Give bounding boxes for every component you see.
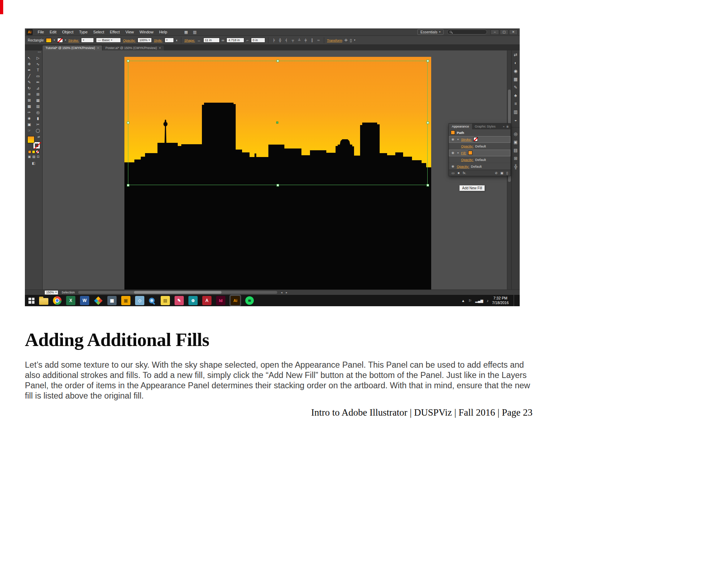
visibility-eye-icon[interactable]: ◉: [451, 164, 455, 168]
align-panel-icon[interactable]: ╬: [512, 162, 520, 171]
network-signal-icon[interactable]: ▂▄▆: [475, 299, 483, 303]
arrange-documents-icon[interactable]: ▦: [184, 30, 188, 34]
add-new-effect-icon[interactable]: fx.: [463, 171, 466, 175]
brush-definition-field[interactable]: — Basic ▾: [96, 38, 121, 43]
tab-poster[interactable]: Poster.ai* @ 150% (CMYK/Preview) ×: [103, 45, 164, 50]
action-center-icon[interactable]: ⚐: [469, 299, 472, 303]
color-swatch[interactable]: [28, 150, 31, 153]
tab-tutorial[interactable]: Tutorial* @ 150% (CMYK/Preview) ×: [43, 45, 102, 50]
perspective-grid-tool[interactable]: ▦: [34, 97, 43, 103]
line-tool[interactable]: ╱: [25, 73, 34, 79]
scroll-left-icon[interactable]: ◂: [281, 291, 282, 294]
fill-color-swatch[interactable]: [468, 151, 472, 155]
stroke-color-swatch[interactable]: [57, 38, 63, 43]
panel-options-icon[interactable]: ▯: [350, 38, 352, 43]
clear-appearance-icon[interactable]: ⊘: [495, 171, 498, 175]
stroke-attribute-link[interactable]: Stroke:: [461, 137, 472, 141]
shape-height-field[interactable]: 4.718 in: [226, 38, 244, 43]
scroll-right-icon[interactable]: ▸: [286, 291, 287, 294]
align-left-icon[interactable]: ╞: [271, 38, 276, 42]
minimize-button[interactable]: –: [491, 29, 499, 35]
excel-icon[interactable]: X: [66, 296, 75, 305]
opacity-link[interactable]: Opacity:: [123, 38, 135, 42]
menu-object[interactable]: Object: [59, 28, 76, 36]
word-icon[interactable]: W: [80, 296, 89, 305]
menu-window[interactable]: Window: [137, 28, 156, 36]
start-button[interactable]: [28, 298, 34, 304]
appearance-row-path[interactable]: Path: [449, 129, 510, 136]
fill-stroke-indicator[interactable]: ⇄: [27, 136, 40, 149]
hand-tool[interactable]: ☞: [25, 127, 34, 133]
symbols-panel-icon[interactable]: ♣: [512, 91, 520, 99]
align-top-icon[interactable]: ╤: [290, 38, 295, 42]
opacity-link[interactable]: Opacity:: [457, 164, 469, 168]
color-guide-panel-icon[interactable]: ◉: [512, 67, 520, 75]
appearance-row-path-opacity[interactable]: ◉ Opacity: Default: [449, 163, 510, 170]
add-new-fill-icon[interactable]: ■: [458, 171, 460, 175]
corner-radius-field[interactable]: 0 in: [251, 38, 265, 43]
zoom-tool[interactable]: ◯: [34, 127, 43, 133]
selection-handle[interactable]: [127, 60, 129, 62]
office-icon[interactable]: [94, 296, 102, 305]
file-explorer-icon[interactable]: [39, 298, 48, 305]
selection-tool[interactable]: ↖: [25, 55, 34, 61]
layers-panel-icon[interactable]: ▤: [512, 146, 520, 154]
screen-mode-icon[interactable]: ◧: [25, 161, 42, 165]
visibility-eye-icon[interactable]: ◉: [451, 137, 455, 141]
selection-handle[interactable]: [277, 60, 279, 62]
blend-tool[interactable]: ◎: [34, 109, 43, 115]
close-button[interactable]: ✕: [509, 29, 518, 35]
disclosure-triangle-icon[interactable]: ▼: [457, 152, 459, 154]
collapse-tools-icon[interactable]: ««: [25, 50, 42, 55]
brushes-panel-icon[interactable]: ✎: [512, 83, 520, 91]
visibility-eye-icon[interactable]: ◉: [451, 151, 455, 155]
gradient-tool[interactable]: ▥: [34, 103, 43, 109]
align-right-icon[interactable]: ╡: [284, 38, 289, 42]
menu-edit[interactable]: Edit: [47, 28, 59, 36]
search-box[interactable]: [447, 29, 487, 34]
volume-icon[interactable]: ♪: [487, 299, 488, 303]
delete-item-icon[interactable]: ▯: [506, 171, 508, 175]
draw-behind-icon[interactable]: ▧: [32, 155, 36, 158]
spotify-icon[interactable]: ≋: [245, 296, 254, 305]
type-tool[interactable]: T: [34, 67, 43, 73]
add-new-stroke-icon[interactable]: ▭: [451, 171, 455, 175]
slice-tool[interactable]: ✂: [34, 121, 43, 127]
style-label[interactable]: Style:: [154, 38, 162, 42]
transform-link[interactable]: Transform: [327, 38, 342, 42]
paintbrush-tool[interactable]: ✎: [25, 79, 34, 85]
selection-handle[interactable]: [427, 121, 429, 124]
draw-inside-icon[interactable]: ⊡: [37, 155, 39, 158]
fill-attribute-link[interactable]: Fill:: [461, 151, 466, 155]
shape-width-field[interactable]: 11 in: [203, 38, 220, 43]
eyedropper-tool[interactable]: ✑: [25, 109, 34, 115]
disclosure-triangle-icon[interactable]: ▼: [457, 138, 459, 141]
appearance-row-fill-opacity[interactable]: Opacity: Default: [449, 156, 510, 163]
selection-handle[interactable]: [427, 184, 429, 187]
duplicate-item-icon[interactable]: ▣: [500, 171, 504, 175]
panel-menu-icon[interactable]: ≣: [506, 125, 509, 128]
tab-graphic-styles[interactable]: Graphic Styles: [472, 125, 499, 128]
opacity-field[interactable]: 100% ▾: [138, 38, 152, 43]
appearance-row-stroke[interactable]: ◉ ▼ Stroke:: [449, 136, 510, 143]
restore-button[interactable]: ▢: [500, 29, 508, 35]
illustrator-taskbar-button[interactable]: Ai: [230, 295, 241, 306]
mesh-tool[interactable]: ▩: [25, 103, 34, 109]
black-ground-shape[interactable]: [124, 189, 431, 290]
3d-builder-icon[interactable]: ▣: [121, 296, 130, 305]
rectangle-tool[interactable]: ▭: [34, 73, 43, 79]
stroke-panel-icon[interactable]: ≡: [512, 99, 520, 108]
none-swatch[interactable]: [36, 150, 39, 153]
shape-builder-tool[interactable]: ⊠: [25, 97, 34, 103]
distribute-v-icon[interactable]: ║: [310, 38, 315, 42]
graphic-styles-panel-icon[interactable]: ▣: [512, 138, 520, 146]
fill-color-swatch[interactable]: [46, 38, 52, 43]
taskbar-clock[interactable]: 7:32 PM 7/18/2016: [492, 296, 510, 305]
appearance-row-fill[interactable]: ◉ ▼ Fill:: [449, 150, 510, 156]
browser-icon[interactable]: ⊕: [188, 296, 198, 305]
autocad-icon[interactable]: A: [202, 296, 212, 305]
align-middle-icon[interactable]: ╪: [303, 38, 308, 42]
tab-appearance[interactable]: Appearance: [449, 124, 472, 129]
gradient-swatch[interactable]: [32, 150, 35, 153]
stroke-link[interactable]: Stroke:: [68, 38, 79, 42]
